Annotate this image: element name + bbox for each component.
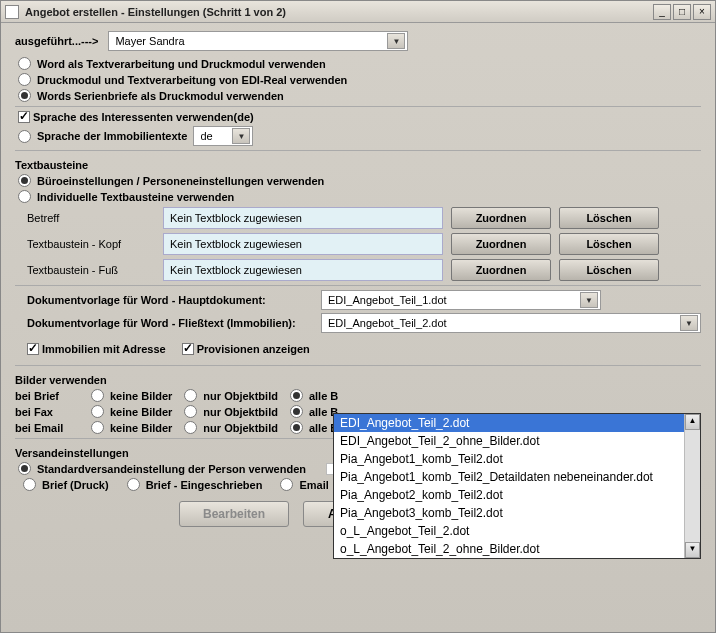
- fliess-vorlage-value: EDI_Angebot_Teil_2.dot: [328, 317, 680, 329]
- radio-fax-keine[interactable]: [91, 405, 104, 418]
- textbausteine-header: Textbausteine: [15, 159, 701, 171]
- radio-email-alle[interactable]: [290, 421, 303, 434]
- language-value: de: [200, 130, 232, 142]
- haupt-vorlage-select[interactable]: EDI_Angebot_Teil_1.dot: [321, 290, 601, 310]
- betreff-label: Betreff: [15, 212, 155, 224]
- radio-brief-druck[interactable]: [23, 478, 36, 491]
- bilder-fax-label: bei Fax: [15, 406, 85, 418]
- dropdown-option[interactable]: Pia_Angebot1_komb_Teil2.dot: [334, 450, 700, 468]
- delete-button-kopf[interactable]: Löschen: [559, 233, 659, 255]
- bilder-email-label: bei Email: [15, 422, 85, 434]
- radio-buero-settings[interactable]: [18, 174, 31, 187]
- haupt-vorlage-value: EDI_Angebot_Teil_1.dot: [328, 294, 580, 306]
- window-title: Angebot erstellen - Einstellungen (Schri…: [25, 6, 653, 18]
- radio-fax-objekt[interactable]: [184, 405, 197, 418]
- fuss-label: Textbaustein - Fuß: [15, 264, 155, 276]
- fuss-input[interactable]: Kein Textblock zugewiesen: [163, 259, 443, 281]
- dropdown-option[interactable]: o_L_Angebot_Teil_2.dot: [334, 522, 700, 540]
- chevron-down-icon[interactable]: [232, 128, 250, 144]
- bilder-brief-label: bei Brief: [15, 390, 85, 402]
- delete-button-betreff[interactable]: Löschen: [559, 207, 659, 229]
- assign-button-kopf[interactable]: Zuordnen: [451, 233, 551, 255]
- opt-serien-label: Words Serienbriefe als Druckmodul verwen…: [37, 90, 284, 102]
- edit-button[interactable]: Bearbeiten: [179, 501, 289, 527]
- executed-by-label: ausgeführt...--->: [15, 35, 98, 47]
- betreff-input[interactable]: Kein Textblock zugewiesen: [163, 207, 443, 229]
- language-select[interactable]: de: [193, 126, 253, 146]
- close-button[interactable]: ×: [693, 4, 711, 20]
- haupt-vorlage-label: Dokumentvorlage für Word - Hauptdokument…: [15, 294, 315, 306]
- user-select[interactable]: Mayer Sandra: [108, 31, 408, 51]
- cb-provision-label: Provisionen anzeigen: [197, 343, 310, 355]
- app-icon: [5, 5, 19, 19]
- checkbox-immobilien-adresse[interactable]: [27, 343, 39, 355]
- assign-button-fuss[interactable]: Zuordnen: [451, 259, 551, 281]
- fliess-vorlage-select[interactable]: EDI_Angebot_Teil_2.dot: [321, 313, 701, 333]
- radio-edireal[interactable]: [18, 73, 31, 86]
- radio-brief-alle[interactable]: [290, 389, 303, 402]
- dropdown-option[interactable]: Pia_Angebot3_komb_Teil2.dot: [334, 504, 700, 522]
- fliess-vorlage-dropdown-list[interactable]: EDI_Angebot_Teil_2.dot EDI_Angebot_Teil_…: [333, 413, 701, 559]
- cb-adresse-label: Immobilien mit Adresse: [42, 343, 166, 355]
- radio-fax-alle[interactable]: [290, 405, 303, 418]
- kopf-input[interactable]: Kein Textblock zugewiesen: [163, 233, 443, 255]
- radio-word[interactable]: [18, 57, 31, 70]
- cb-interessent-label: Sprache des Interessenten verwenden(de): [33, 111, 254, 123]
- checkbox-provisionen[interactable]: [182, 343, 194, 355]
- chevron-down-icon[interactable]: [680, 315, 698, 331]
- maximize-button[interactable]: □: [673, 4, 691, 20]
- opt-word-label: Word als Textverarbeitung und Druckmodul…: [37, 58, 326, 70]
- dropdown-option[interactable]: Pia_Angebot2_komb_Teil2.dot: [334, 486, 700, 504]
- scroll-up-icon[interactable]: ▲: [685, 414, 700, 430]
- radio-email-objekt[interactable]: [184, 421, 197, 434]
- dropdown-option[interactable]: o_L_Angebot_Teil_2_ohne_Bilder.dot: [334, 540, 700, 558]
- radio-brief-objekt[interactable]: [184, 389, 197, 402]
- radio-email-keine[interactable]: [91, 421, 104, 434]
- user-select-value: Mayer Sandra: [115, 35, 387, 47]
- radio-email-versand[interactable]: [280, 478, 293, 491]
- chevron-down-icon[interactable]: [387, 33, 405, 49]
- minimize-button[interactable]: _: [653, 4, 671, 20]
- delete-button-fuss[interactable]: Löschen: [559, 259, 659, 281]
- assign-button-betreff[interactable]: Zuordnen: [451, 207, 551, 229]
- scrollbar[interactable]: ▲ ▼: [684, 414, 700, 558]
- label-immo-language: Sprache der Immobilientexte: [37, 130, 187, 142]
- bilder-header: Bilder verwenden: [15, 374, 701, 386]
- opt-standardversand-label: Standardversandeinstellung der Person ve…: [37, 463, 306, 475]
- dropdown-option[interactable]: Pia_Angebot1_komb_Teil2_Detaildaten nebe…: [334, 468, 700, 486]
- radio-serienbriefe[interactable]: [18, 89, 31, 102]
- dropdown-option[interactable]: EDI_Angebot_Teil_2_ohne_Bilder.dot: [334, 432, 700, 450]
- radio-brief-eingeschrieben[interactable]: [127, 478, 140, 491]
- dropdown-option[interactable]: EDI_Angebot_Teil_2.dot: [334, 414, 700, 432]
- opt-edireal-label: Druckmodul und Textverarbeitung von EDI-…: [37, 74, 347, 86]
- checkbox-interessent-language[interactable]: [18, 111, 30, 123]
- opt-buero-label: Büroeinstellungen / Personeneinstellunge…: [37, 175, 324, 187]
- chevron-down-icon[interactable]: [580, 292, 598, 308]
- radio-standardversand[interactable]: [18, 462, 31, 475]
- radio-individual-settings[interactable]: [18, 190, 31, 203]
- radio-immobilientexte-language[interactable]: [18, 130, 31, 143]
- fliess-vorlage-label: Dokumentvorlage für Word - Fließtext (Im…: [15, 317, 315, 329]
- opt-indiv-label: Individuelle Textbausteine verwenden: [37, 191, 234, 203]
- window-frame: Angebot erstellen - Einstellungen (Schri…: [0, 0, 716, 633]
- titlebar: Angebot erstellen - Einstellungen (Schri…: [1, 1, 715, 23]
- scroll-down-icon[interactable]: ▼: [685, 542, 700, 558]
- kopf-label: Textbaustein - Kopf: [15, 238, 155, 250]
- radio-brief-keine[interactable]: [91, 389, 104, 402]
